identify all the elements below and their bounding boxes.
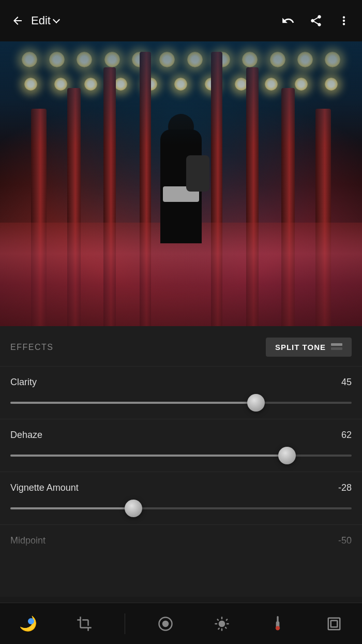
svg-rect-2	[277, 616, 279, 622]
midpoint-slider-row-partial: Midpoint -50	[0, 525, 362, 555]
dehaze-label-row: Dehaze 62	[10, 430, 352, 441]
light-icon	[214, 616, 230, 632]
dehaze-thumb[interactable]	[278, 447, 296, 464]
page-title: Edit	[31, 14, 59, 27]
section-header: EFFECTS SPLIT TONE	[0, 326, 362, 367]
back-button[interactable]	[9, 12, 26, 29]
nav-divider	[125, 613, 125, 634]
teal-overlay	[0, 41, 362, 145]
photo-art	[0, 41, 362, 326]
split-tone-icon	[331, 343, 342, 352]
vignette-slider[interactable]	[10, 501, 352, 516]
midpoint-value: -50	[338, 535, 352, 546]
split-tone-label: SPLIT TONE	[275, 343, 326, 352]
nav-item-detail[interactable]	[319, 608, 350, 639]
clarity-label: Clarity	[10, 377, 37, 388]
bottom-nav: 🌙	[0, 603, 362, 644]
vignette-fill	[10, 507, 133, 509]
title-dropdown-icon[interactable]	[53, 16, 60, 23]
clarity-label-row: Clarity 45	[10, 377, 352, 388]
split-tone-button[interactable]: SPLIT TONE	[266, 338, 352, 357]
dehaze-fill	[10, 455, 287, 457]
vignette-label-row: Vignette Amount -28	[10, 482, 352, 493]
undo-button[interactable]	[279, 12, 297, 30]
share-button[interactable]	[307, 12, 325, 30]
detail-icon	[326, 616, 342, 632]
effects-label: EFFECTS	[10, 343, 53, 352]
svg-point-1	[162, 620, 169, 627]
presets-badge	[28, 618, 34, 624]
svg-rect-6	[330, 620, 337, 627]
photo-preview	[0, 41, 362, 326]
nav-item-effects[interactable]	[150, 608, 181, 639]
effects-icon	[158, 616, 173, 632]
more-button[interactable]	[335, 12, 353, 30]
clarity-slider[interactable]	[10, 395, 352, 411]
dehaze-value: 62	[341, 430, 352, 441]
svg-point-4	[276, 626, 280, 630]
figure-backpack	[186, 155, 209, 192]
clarity-fill	[10, 402, 256, 404]
presets-icon: 🌙	[19, 615, 37, 632]
top-bar: Edit	[0, 0, 362, 41]
dehaze-label: Dehaze	[10, 430, 42, 441]
color-icon	[272, 616, 284, 632]
nav-item-color[interactable]	[262, 608, 293, 639]
top-bar-right	[279, 12, 353, 30]
dehaze-slider-row: Dehaze 62	[0, 419, 362, 472]
vignette-thumb[interactable]	[125, 500, 142, 517]
crop-icon	[77, 616, 92, 632]
clarity-thumb[interactable]	[247, 394, 265, 412]
svg-rect-5	[328, 618, 340, 630]
nav-item-light[interactable]	[206, 608, 237, 639]
nav-item-presets[interactable]: 🌙	[12, 608, 43, 639]
edit-panel: EFFECTS SPLIT TONE Clarity 45 Dehaze 62	[0, 326, 362, 597]
midpoint-label: Midpoint	[10, 535, 46, 546]
vignette-slider-row: Vignette Amount -28	[0, 472, 362, 525]
title-text: Edit	[31, 14, 51, 27]
top-bar-left: Edit	[9, 12, 59, 29]
dehaze-slider[interactable]	[10, 448, 352, 463]
clarity-slider-row: Clarity 45	[0, 367, 362, 419]
midpoint-label-row: Midpoint -50	[10, 535, 352, 546]
nav-item-crop[interactable]	[69, 608, 100, 639]
vignette-value: -28	[338, 482, 352, 493]
vignette-label: Vignette Amount	[10, 482, 79, 493]
clarity-value: 45	[341, 377, 352, 388]
